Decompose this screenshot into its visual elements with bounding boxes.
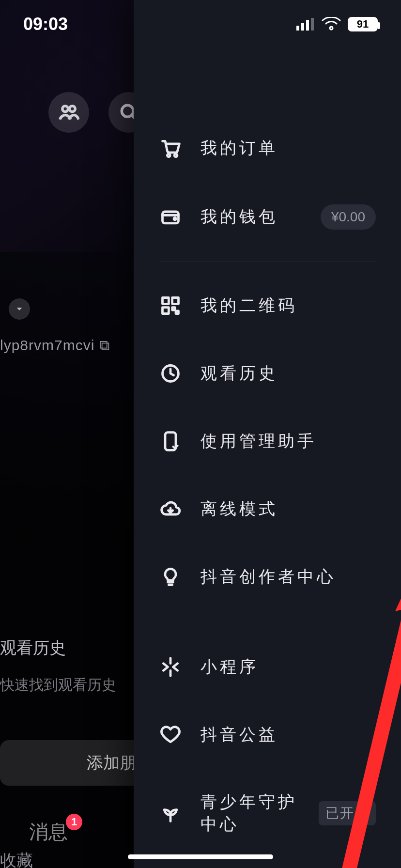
sprout-icon	[159, 802, 182, 825]
svg-point-7	[167, 154, 170, 157]
home-indicator	[128, 854, 273, 859]
svg-point-6	[122, 105, 133, 117]
svg-rect-3	[311, 18, 314, 31]
menu-my-qrcode[interactable]: 我的二维码	[134, 272, 401, 340]
svg-rect-12	[172, 298, 179, 304]
svg-rect-1	[301, 23, 304, 31]
menu-teen-protection[interactable]: 青少年守护中心 已开启	[134, 769, 401, 858]
svg-point-10	[174, 217, 176, 219]
svg-point-4	[62, 106, 68, 112]
wifi-icon	[322, 17, 341, 31]
messages-badge: 1	[66, 814, 82, 830]
menu-my-orders[interactable]: 我的订单	[134, 114, 401, 182]
divider	[159, 262, 376, 262]
lightbulb-icon	[159, 565, 182, 589]
user-id-text: lyp8rvm7mcvi ⧉	[0, 337, 109, 354]
menu-label: 抖音公益	[200, 724, 376, 746]
menu-creator-center[interactable]: 抖音创作者中心	[134, 543, 401, 611]
menu-watch-history[interactable]: 观看历史	[134, 340, 401, 407]
menu-label: 我的二维码	[200, 294, 376, 317]
phone-check-icon	[159, 430, 182, 453]
svg-point-5	[69, 106, 75, 112]
cloud-download-icon	[159, 497, 182, 521]
side-drawer: 我的订单 我的钱包 ¥0.00 我的二维码 观看历史 使用管理助手	[134, 0, 401, 868]
menu-customer-service[interactable]: 我的客服	[134, 858, 401, 868]
expand-badge[interactable]	[9, 298, 30, 320]
status-bar: 09:03 91	[0, 0, 401, 48]
menu-label: 小程序	[200, 656, 376, 678]
teen-status-tag: 已开启	[319, 801, 376, 825]
status-time: 09:03	[23, 14, 68, 34]
menu-label: 青少年守护中心	[200, 791, 300, 836]
tab-messages[interactable]: 消息 1	[29, 819, 68, 845]
wallet-balance: ¥0.00	[321, 204, 376, 230]
menu-label: 抖音创作者中心	[200, 566, 376, 588]
spark-icon	[159, 655, 182, 679]
menu-mini-programs[interactable]: 小程序	[134, 633, 401, 701]
history-card-title: 观看历史	[0, 637, 66, 659]
menu-offline-mode[interactable]: 离线模式	[134, 475, 401, 543]
svg-rect-13	[163, 308, 169, 314]
history-card-sub: 快速找到观看历史	[0, 675, 116, 695]
friends-icon[interactable]	[48, 92, 89, 133]
menu-charity[interactable]: 抖音公益	[134, 701, 401, 769]
menu-label: 观看历史	[200, 362, 376, 385]
heart-icon	[159, 723, 182, 746]
qrcode-icon	[159, 294, 182, 317]
svg-rect-0	[296, 26, 299, 31]
menu-usage-assistant[interactable]: 使用管理助手	[134, 407, 401, 475]
menu-my-wallet[interactable]: 我的钱包 ¥0.00	[134, 182, 401, 252]
svg-point-8	[174, 154, 177, 157]
cellular-icon	[296, 18, 315, 31]
cart-icon	[159, 137, 182, 160]
menu-label: 使用管理助手	[200, 430, 376, 452]
svg-rect-2	[306, 20, 309, 31]
wallet-icon	[159, 205, 182, 229]
menu-label: 我的订单	[200, 137, 376, 159]
svg-rect-11	[163, 298, 169, 304]
menu-label: 我的钱包	[200, 206, 302, 228]
menu-label: 离线模式	[200, 498, 376, 520]
clock-icon	[159, 362, 182, 385]
battery-icon: 91	[348, 17, 378, 31]
